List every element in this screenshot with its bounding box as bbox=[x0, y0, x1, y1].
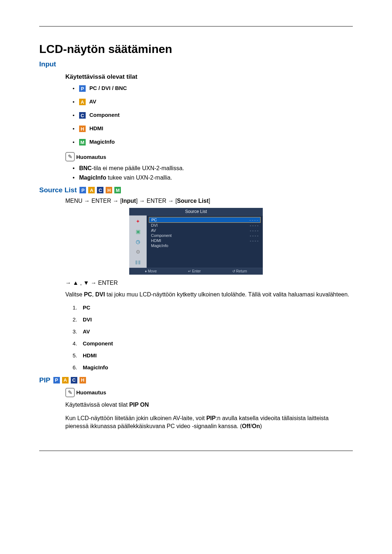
source-body-text: Valitse PC, DVI tai joku muu LCD-näyttöö… bbox=[65, 291, 353, 299]
nav-bracket-sourcelist: Source List bbox=[177, 198, 209, 204]
list-item: AV bbox=[73, 328, 353, 335]
source-list-title: Source List bbox=[39, 186, 77, 194]
note-bold: MagicInfo bbox=[79, 175, 106, 181]
mode-label: Component bbox=[89, 112, 119, 118]
mode-item-component: C Component bbox=[73, 112, 353, 119]
note-text: -tila ei mene päälle UXN-2-mallissa. bbox=[92, 165, 184, 171]
modes-subtitle: Käytettävissä olevat tilat bbox=[65, 73, 353, 81]
osd-footer-return: ↺ Return bbox=[232, 269, 247, 273]
osd-side-icon: ⚙ bbox=[133, 248, 143, 255]
note-text: tukee vain UXN-2-mallia. bbox=[106, 175, 172, 181]
list-item: HDMI bbox=[73, 352, 353, 358]
h-icon: H bbox=[106, 187, 112, 193]
list-item: MagicInfo bbox=[73, 364, 353, 370]
nav-bracket-input: Input bbox=[122, 198, 136, 204]
modes-list: P PC / DVI / BNC A AV C Component H HDMI… bbox=[73, 85, 353, 145]
note-label: Huomautus bbox=[76, 154, 106, 160]
source-list-header: Source List P A C H M bbox=[39, 186, 353, 194]
osd-row-dvi: DVI - - - - bbox=[149, 223, 261, 228]
mode-item-magicinfo: M MagicInfo bbox=[73, 139, 353, 145]
pip-header: PIP P A C H bbox=[39, 376, 353, 384]
osd-item-value: - - - - bbox=[250, 223, 258, 227]
osd-body: ✦ ▣ ◷ ⚙ ▮▮ PC - - - - DVI - - - - bbox=[129, 216, 263, 268]
osd-row-component: Component - - - - bbox=[149, 233, 261, 238]
h-icon: H bbox=[79, 377, 86, 383]
page-title: LCD-näytön säätäminen bbox=[39, 42, 353, 56]
note-item: MagicInfo tukee vain UXN-2-mallia. bbox=[73, 175, 353, 181]
pip-line1: Käytettävissä olevat tilat PIP ON bbox=[65, 401, 353, 409]
p-icon: P bbox=[79, 85, 86, 92]
list-item: Component bbox=[73, 340, 353, 346]
osd-item-label: AV bbox=[151, 228, 156, 233]
source-numbered-list: PC DVI AV Component HDMI MagicInfo bbox=[73, 304, 353, 370]
c-icon: C bbox=[79, 112, 86, 119]
osd-item-value: - - - - bbox=[249, 218, 258, 222]
mode-item-av: A AV bbox=[73, 98, 353, 105]
osd-row-av: AV - - - - bbox=[149, 228, 261, 233]
pip-note-block: ✎ Huomautus Käytettävissä olevat tilat P… bbox=[65, 388, 353, 430]
osd-item-label: HDMI bbox=[151, 238, 161, 243]
c-icon: C bbox=[97, 187, 103, 193]
osd-item-value: - - - - bbox=[250, 228, 258, 233]
osd-row-pc: PC - - - - bbox=[149, 217, 261, 223]
osd-side-icon: ◷ bbox=[133, 238, 143, 245]
nav-triangle-line: → ▲ , ▼ → ENTER bbox=[65, 280, 353, 286]
note-label: Huomautus bbox=[76, 389, 106, 395]
osd-item-label: PC bbox=[151, 218, 157, 222]
c-icon: C bbox=[71, 377, 77, 383]
osd-side-icon: ✦ bbox=[133, 218, 143, 225]
pip-title: PIP bbox=[39, 376, 50, 384]
osd-footer: ♦ Move ↵ Enter ↺ Return bbox=[129, 268, 263, 275]
nav-arrow: → bbox=[113, 198, 119, 204]
nav-enter: ENTER bbox=[147, 198, 166, 204]
osd-footer-move: ♦ Move bbox=[145, 269, 156, 273]
h-icon: H bbox=[79, 126, 86, 132]
mode-label: AV bbox=[89, 98, 97, 104]
document-page: LCD-näytön säätäminen Input Käytettäviss… bbox=[0, 0, 392, 554]
a-icon: A bbox=[88, 187, 95, 193]
osd-row-hdmi: HDMI - - - - bbox=[149, 238, 261, 243]
mode-label: MagicInfo bbox=[89, 139, 115, 145]
p-icon: P bbox=[53, 377, 60, 383]
osd-item-label: Component bbox=[151, 233, 172, 238]
m-icon: M bbox=[79, 139, 86, 145]
m-icon: M bbox=[114, 187, 121, 193]
nav-arrow: → bbox=[139, 198, 145, 204]
nav-arrow: → bbox=[168, 198, 174, 204]
note-list: BNC-tila ei mene päälle UXN-2-mallissa. … bbox=[73, 165, 353, 181]
osd-sidebar: ✦ ▣ ◷ ⚙ ▮▮ bbox=[129, 216, 147, 268]
nav-enter: ENTER bbox=[91, 198, 111, 204]
pip-paragraph: Kun LCD-näyttöön liitetään jokin ulkoine… bbox=[65, 414, 353, 430]
mode-label: PC / DVI / BNC bbox=[89, 85, 127, 91]
nav-path: MENU → ENTER → [Input] → ENTER → [Source… bbox=[65, 198, 353, 204]
p-icon: P bbox=[79, 187, 86, 193]
note-bold: BNC bbox=[79, 165, 92, 171]
osd-side-icon: ▣ bbox=[133, 228, 143, 235]
mode-item-hdmi: H HDMI bbox=[73, 125, 353, 132]
note-icon: ✎ bbox=[65, 152, 75, 161]
list-item: DVI bbox=[73, 316, 353, 323]
osd-item-label: MagicInfo bbox=[151, 243, 168, 248]
osd-side-icon: ▮▮ bbox=[133, 258, 143, 266]
osd-footer-enter: ↵ Enter bbox=[188, 269, 201, 273]
input-section-title: Input bbox=[39, 60, 353, 68]
nav-arrow: → bbox=[84, 198, 90, 204]
osd-title: Source List bbox=[129, 208, 263, 216]
osd-item-label: DVI bbox=[151, 223, 158, 227]
a-icon: A bbox=[79, 99, 86, 105]
note-icon: ✎ bbox=[65, 388, 75, 397]
nav-menu: MENU bbox=[65, 198, 82, 204]
osd-main: PC - - - - DVI - - - - AV - - - - Compon… bbox=[147, 216, 263, 268]
mode-item-pc: P PC / DVI / BNC bbox=[73, 85, 353, 92]
a-icon: A bbox=[62, 377, 69, 383]
osd-row-magicinfo: MagicInfo bbox=[149, 243, 261, 248]
osd-item-value: - - - - bbox=[250, 233, 258, 238]
osd-screenshot: Source List ✦ ▣ ◷ ⚙ ▮▮ PC - - - - DVI bbox=[39, 208, 353, 275]
list-item: PC bbox=[73, 304, 353, 311]
osd-panel: Source List ✦ ▣ ◷ ⚙ ▮▮ PC - - - - DVI bbox=[129, 208, 263, 275]
note-heading: ✎ Huomautus bbox=[65, 152, 353, 161]
note-item: BNC-tila ei mene päälle UXN-2-mallissa. bbox=[73, 165, 353, 172]
mode-label: HDMI bbox=[89, 125, 103, 131]
osd-item-value: - - - - bbox=[250, 238, 258, 243]
bottom-divider bbox=[39, 451, 353, 451]
